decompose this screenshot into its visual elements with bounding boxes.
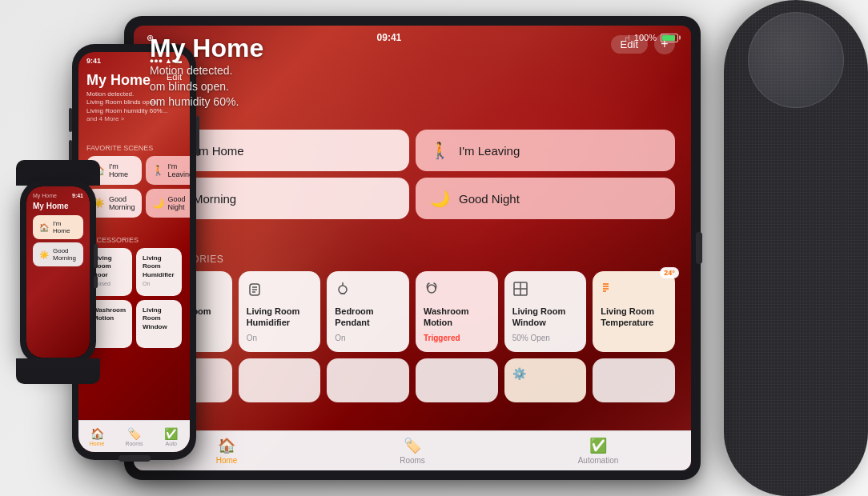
iphone-scenes-grid: 🏠 I'm Home 🚶 I'm Leaving ☀️ Good Morning… <box>86 156 182 218</box>
iphone-side-button <box>196 116 199 156</box>
iphone-acc-window-name: Living Room Window <box>143 306 175 331</box>
iphone-tab-home-label: Home <box>90 441 105 446</box>
ipad-tabbar: 🏠 Home 🏷️ Rooms ✅ Automation <box>134 430 691 470</box>
iphone-tab-home-icon: 🏠 <box>90 427 104 440</box>
svg-point-10 <box>428 285 436 293</box>
ipad-tab-automation[interactable]: ✅ Automation <box>505 437 691 465</box>
iphone-home-button <box>119 455 151 462</box>
ipad-acc-sm-5: ⚙️ <box>504 358 587 402</box>
iphone-tab-automation[interactable]: ✅ Auto <box>153 427 190 446</box>
watch-time: 9:41 <box>72 193 83 198</box>
svg-point-7 <box>339 286 347 294</box>
ipad-subtitle-line2: om blinds open. <box>150 80 229 93</box>
ipad-scene-leaving[interactable]: 🚶 I'm Leaving <box>416 130 675 171</box>
ipad-acc-humidifier-icon <box>247 281 313 301</box>
watch-scene-morning-label: Good Morning <box>53 247 77 262</box>
ipad-acc-window-icon <box>512 281 579 301</box>
watch-scene-home[interactable]: 🏠 I'm Home <box>33 215 83 239</box>
ipad-home-button <box>696 232 702 264</box>
ipad-acc-humidifier[interactable]: Living RoomHumidifier On <box>239 271 321 352</box>
iphone-acc-grid: Living Room Door Closed Living Room Humi… <box>86 248 182 348</box>
iphone-tab-rooms[interactable]: 🏷️ Rooms <box>115 427 152 446</box>
ipad-tab-rooms[interactable]: 🏷️ Rooms <box>319 437 505 465</box>
iphone-tab-rooms-label: Rooms <box>125 441 143 446</box>
apple-watch: My Home 9:41 My Home 🏠 I'm Home ☀️ Good … <box>16 160 100 384</box>
iphone-scene-home-label: I'm Home <box>109 162 135 178</box>
iphone-scene-leaving-label: I'm Leaving <box>168 162 190 178</box>
ipad-acc-pendant-name: BedroomPendant <box>335 306 401 329</box>
ipad-acc-humidifier-name: Living RoomHumidifier <box>247 306 313 329</box>
ipad-acc-temp-icon <box>601 281 667 301</box>
ipad-tab-rooms-label: Rooms <box>400 456 425 465</box>
watch-band-bottom <box>16 358 100 384</box>
iphone-acc-label: Accessories <box>86 236 182 244</box>
iphone-scene-leaving-icon: 🚶 <box>152 165 164 176</box>
ipad-screen: ⊕ 09:41 ⑁ 100% Edit + M <box>134 26 691 470</box>
iphone-scene-goodnight[interactable]: 🌙 Good Night <box>146 189 190 218</box>
iphone-acc-window[interactable]: Living Room Window <box>136 300 182 348</box>
ipad-acc-pendant[interactable]: BedroomPendant On <box>327 271 409 352</box>
homepod-top-ring <box>748 12 844 108</box>
ipad-scene-home-label: I'm Home <box>193 144 244 158</box>
iphone-accessories: Accessories Living Room Door Closed Livi… <box>86 236 182 348</box>
watch-side-button[interactable] <box>94 276 98 288</box>
iphone-tab-automation-label: Auto <box>166 441 177 446</box>
iphone-scenes-label: Favorite Scenes <box>86 144 182 152</box>
iphone-time: 9:41 <box>86 57 101 65</box>
ipad-scenes-section: 🏠 I'm Home 🚶 I'm Leaving ☀️ Morning 🌙 Go… <box>150 130 675 219</box>
iphone-tab-home[interactable]: 🏠 Home <box>78 427 115 446</box>
ipad-acc-window[interactable]: Living RoomWindow 50% Open <box>504 271 587 352</box>
iphone-vol-up-button <box>69 108 72 132</box>
ipad-acc-window-status: 50% Open <box>512 334 579 342</box>
ipad-title: My Home <box>150 34 675 63</box>
ipad-tab-home-label: Home <box>216 456 238 465</box>
ipad-accessories-label: Accessories <box>150 254 675 265</box>
iphone-scene-leaving[interactable]: 🚶 I'm Leaving <box>146 156 190 185</box>
ipad-accessories-grid: Living RoomDoor Closed <box>150 271 675 352</box>
watch-scene-morning[interactable]: ☀️ Good Morning <box>33 242 83 266</box>
ipad-acc-sm-3 <box>327 358 409 402</box>
iphone-acc-humidifier-name: Living Room Humidifier <box>143 254 175 279</box>
iphone-acc-humidifier-status: On <box>143 281 175 286</box>
ipad-acc-sm-4 <box>416 358 498 402</box>
ipad-accessories-row2: ⚙️ <box>150 358 675 402</box>
watch-app-name: My Home <box>33 193 57 198</box>
ipad-accessories-section: Accessories Living RoomDoor Closed <box>150 254 675 402</box>
ipad: ⊕ 09:41 ⑁ 100% Edit + M <box>124 16 701 480</box>
ipad-tab-automation-label: Automation <box>578 456 619 465</box>
watch-statusbar: My Home 9:41 <box>33 193 83 198</box>
ipad-subtitle-line3: om humidity 60%. <box>150 95 239 108</box>
watch-title: My Home <box>33 202 83 210</box>
ipad-acc-pendant-status: On <box>335 334 401 342</box>
watch-scene-home-icon: 🏠 <box>39 223 49 232</box>
ipad-acc-sm-2 <box>239 358 321 402</box>
ipad-scene-morning-label: Morning <box>193 192 236 206</box>
watch-scene-home-label: I'm Home <box>53 220 77 234</box>
watch-scene-morning-icon: ☀️ <box>39 250 49 259</box>
iphone-tabbar: 🏠 Home 🏷️ Rooms ✅ Auto <box>78 420 190 452</box>
iphone-tab-rooms-icon: 🏷️ <box>127 427 141 440</box>
watch-body: My Home 9:41 My Home 🏠 I'm Home ☀️ Good … <box>20 180 96 364</box>
iphone-scene-goodnight-icon: 🌙 <box>152 198 164 209</box>
ipad-acc-motion[interactable]: WashroomMotion Triggered <box>416 271 498 352</box>
homepod <box>724 0 868 496</box>
watch-content: My Home 9:41 My Home 🏠 I'm Home ☀️ Good … <box>26 186 90 358</box>
ipad-acc-sm-6 <box>593 358 675 402</box>
ipad-tab-home-icon: 🏠 <box>218 437 235 454</box>
iphone-acc-humidifier[interactable]: Living Room Humidifier On <box>136 248 182 296</box>
ipad-scenes-grid: 🏠 I'm Home 🚶 I'm Leaving ☀️ Morning 🌙 Go… <box>150 130 675 219</box>
iphone-scenes: Favorite Scenes 🏠 I'm Home 🚶 I'm Leaving… <box>86 144 182 218</box>
ipad-tab-automation-icon: ✅ <box>589 437 607 454</box>
watch-crown[interactable] <box>94 244 98 268</box>
ipad-acc-pendant-icon <box>335 281 401 301</box>
ipad-scene-leaving-label: I'm Leaving <box>459 144 520 158</box>
scene: ⊕ 09:41 ⑁ 100% Edit + M <box>0 0 868 496</box>
ipad-acc-motion-name: WashroomMotion <box>424 306 490 329</box>
ipad-scene-goodnight-icon: 🌙 <box>428 189 451 208</box>
ipad-scene-goodnight[interactable]: 🌙 Good Night <box>416 178 675 219</box>
ipad-scene-leaving-icon: 🚶 <box>428 141 451 160</box>
ipad-scene-goodnight-label: Good Night <box>459 192 520 206</box>
ipad-acc-temperature[interactable]: 24° Living RoomTemperature <box>593 271 675 352</box>
iphone-scene-morning-label: Good Morning <box>109 195 135 211</box>
ipad-acc-window-name: Living RoomWindow <box>512 306 579 329</box>
